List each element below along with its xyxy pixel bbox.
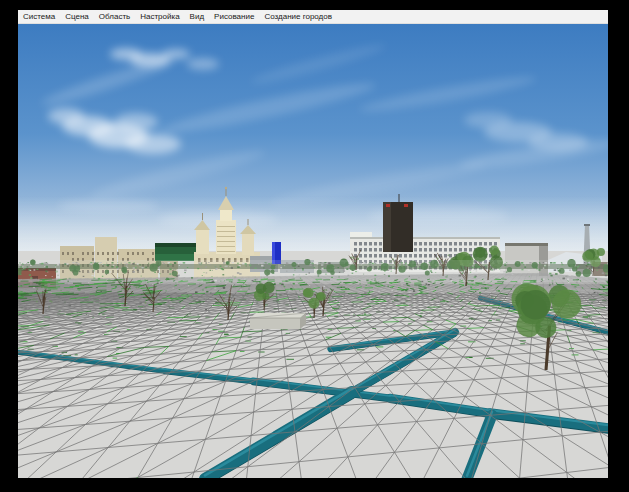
menu-item-system[interactable]: Система — [18, 10, 60, 23]
desktop-background: { "menu": { "items": ["Система", "Сцена"… — [0, 0, 629, 492]
city-builder-window: Система Сцена Область Настройка Вид Рисо… — [18, 10, 608, 478]
menu-item-settings[interactable]: Настройка — [135, 10, 184, 23]
menu-item-view[interactable]: Вид — [185, 10, 209, 23]
menu-item-citygen[interactable]: Создание городов — [259, 10, 337, 23]
3d-viewport[interactable] — [18, 24, 608, 478]
ground-haze — [18, 260, 608, 282]
concrete-block — [250, 313, 306, 329]
menu-bar: Система Сцена Область Настройка Вид Рисо… — [18, 10, 608, 24]
menu-item-region[interactable]: Область — [94, 10, 135, 23]
3d-scene-render — [18, 24, 608, 478]
menu-item-drawing[interactable]: Рисование — [209, 10, 259, 23]
menu-item-scene[interactable]: Сцена — [60, 10, 94, 23]
